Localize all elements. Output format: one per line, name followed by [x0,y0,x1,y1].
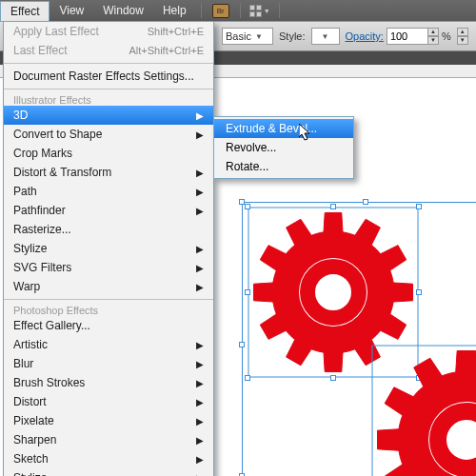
menu-item[interactable]: Brush Strokes▶ [4,373,213,392]
opacity-input[interactable] [387,28,428,45]
chevron-down-icon: ▼ [264,8,270,14]
menu-item[interactable]: SVG Filters▶ [4,258,213,277]
submenu-arrow-icon: ▶ [196,206,204,216]
menu-item[interactable]: Pathfinder▶ [4,201,213,220]
bridge-icon: Br [212,4,229,18]
menu-help[interactable]: Help [153,0,196,21]
menu-view[interactable]: View [50,0,93,21]
menu-item[interactable]: Convert to Shape▶ [4,125,213,144]
photoshop-effects-header: Photoshop Effects [4,303,213,316]
submenu-arrow-icon: ▶ [196,282,204,292]
separator [4,63,213,64]
submenu-arrow-icon: ▶ [196,340,204,350]
menu-raster-settings[interactable]: Document Raster Effects Settings... [4,67,213,86]
selection-handle[interactable] [245,375,250,381]
submenu-arrow-icon: ▶ [196,110,204,121]
submenu-arrow-icon: ▶ [196,168,204,178]
menu-last-effect: Last EffectAlt+Shift+Ctrl+E [4,41,213,60]
submenu-arrow-icon: ▶ [196,454,204,465]
separator [4,89,213,89]
menu-window[interactable]: Window [93,0,153,21]
separator [4,299,213,300]
menu-item[interactable]: 3D▶ [4,106,213,125]
brush-combo[interactable]: Basic▼ [222,28,273,45]
menu-item[interactable]: Sharpen▶ [4,430,213,449]
menu-item[interactable]: Warp▶ [4,277,213,296]
menu-item[interactable]: Blur▶ [4,354,213,373]
submenu-arrow-icon: ▶ [196,359,204,369]
submenu-arrow-icon: ▶ [196,263,204,273]
selection-handle[interactable] [330,204,336,209]
menu-item[interactable]: Distort▶ [4,392,213,411]
menu-item[interactable]: Crop Marks [4,144,213,163]
submenu-arrow-icon: ▶ [196,473,204,477]
next-spinner[interactable]: ▲▼ [457,28,468,45]
arrange-button[interactable]: ▼ [248,2,271,19]
selection-handle[interactable] [239,342,245,347]
illustrator-effects-header: Illustrator Effects [4,92,213,106]
grid-icon [249,5,262,17]
selection-handle[interactable] [245,289,250,295]
menu-apply-last-effect: Apply Last EffectShift+Ctrl+E [4,22,213,41]
separator [201,3,202,18]
selection-handle[interactable] [416,204,422,209]
menu-item[interactable]: Sketch▶ [4,449,213,468]
submenu-arrow-icon: ▶ [196,187,204,197]
submenu-arrow-icon: ▶ [196,397,204,407]
menu-item[interactable]: Stylize▶ [4,468,213,476]
selection-handle[interactable] [416,289,422,295]
effect-menu-dropdown: Apply Last EffectShift+Ctrl+E Last Effec… [3,21,214,476]
menu-item[interactable]: Path▶ [4,182,213,201]
menu-item[interactable]: Effect Gallery... [4,316,213,335]
submenu-arrow-icon: ▶ [196,244,204,254]
menu-item[interactable]: Pixelate▶ [4,411,213,430]
menu-item[interactable]: Distort & Transform▶ [4,163,213,182]
submenu-arrow-icon: ▶ [196,129,204,140]
selection-handle[interactable] [363,199,368,205]
canvas[interactable] [219,78,476,476]
menu-item[interactable]: Artistic▶ [4,335,213,354]
style-label: Style: [279,30,306,42]
separator [240,3,241,18]
selection-handle[interactable] [330,375,336,381]
selection-handle[interactable] [245,204,250,209]
menu-effect[interactable]: Effect [0,1,50,22]
bridge-button[interactable]: Br [209,2,232,19]
opacity-spinner[interactable]: ▲▼ [427,28,439,45]
submenu-arrow-icon: ▶ [196,435,204,446]
menu-item[interactable]: Stylize▶ [4,239,213,258]
percent-label: % [442,30,451,42]
chevron-down-icon: ▼ [255,32,263,41]
submenu-arrow-icon: ▶ [196,416,204,426]
style-combo[interactable]: ▼ [311,28,340,45]
gear-shape[interactable] [371,345,476,476]
submenu-arrow-icon: ▶ [196,378,204,388]
separator [279,3,280,18]
menubar: Effect View Window Help Br ▼ [0,0,476,21]
opacity-label[interactable]: Opacity: [346,30,384,42]
chevron-down-icon: ▼ [322,32,329,41]
menu-item[interactable]: Rasterize... [4,220,213,239]
